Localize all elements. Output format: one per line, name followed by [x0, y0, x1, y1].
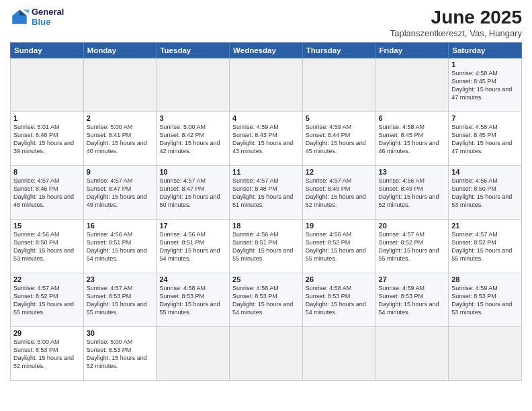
col-header-saturday: Saturday: [449, 43, 522, 58]
day-cell: 8Sunrise: 4:57 AMSunset: 8:46 PMDaylight…: [11, 166, 84, 220]
week-row-3: 8Sunrise: 4:57 AMSunset: 8:46 PMDaylight…: [11, 166, 522, 220]
day-cell: 3Sunrise: 5:00 AMSunset: 8:42 PMDaylight…: [157, 112, 230, 166]
day-cell: 21Sunrise: 4:57 AMSunset: 8:52 PMDayligh…: [449, 220, 522, 273]
day-info: Sunrise: 4:56 AMSunset: 8:51 PMDaylight:…: [87, 230, 154, 263]
day-cell: 1Sunrise: 4:58 AMSunset: 8:45 PMDaylight…: [449, 58, 522, 112]
day-cell: [449, 327, 522, 381]
week-row-5: 22Sunrise: 4:57 AMSunset: 8:52 PMDayligh…: [11, 273, 522, 327]
day-number: 30: [87, 329, 154, 337]
day-info: Sunrise: 4:58 AMSunset: 8:53 PMDaylight:…: [232, 284, 300, 317]
day-info: Sunrise: 4:59 AMSunset: 8:44 PMDaylight:…: [306, 123, 373, 156]
logo: General Blue: [10, 7, 64, 27]
day-cell: [83, 58, 157, 112]
day-info: Sunrise: 5:00 AMSunset: 8:53 PMDaylight:…: [87, 338, 154, 371]
day-number: 22: [13, 275, 81, 283]
day-number: 29: [13, 329, 81, 337]
day-number: 6: [379, 114, 446, 122]
day-number: 28: [451, 275, 519, 283]
title-block: June 2025 Taplanszentkereszt, Vas, Hunga…: [390, 7, 522, 38]
col-header-tuesday: Tuesday: [157, 43, 230, 58]
logo-text: General Blue: [32, 7, 64, 27]
day-number: 24: [159, 275, 226, 283]
calendar-table: SundayMondayTuesdayWednesdayThursdayFrid…: [10, 42, 522, 381]
day-cell: [230, 58, 303, 112]
day-info: Sunrise: 5:01 AMSunset: 8:40 PMDaylight:…: [13, 123, 81, 156]
day-number: 12: [306, 168, 373, 176]
day-number: 7: [451, 114, 519, 122]
day-info: Sunrise: 4:57 AMSunset: 8:52 PMDaylight:…: [379, 230, 446, 263]
week-row-6: 29Sunrise: 5:00 AMSunset: 8:53 PMDayligh…: [11, 327, 522, 381]
col-header-wednesday: Wednesday: [230, 43, 303, 58]
day-info: Sunrise: 4:58 AMSunset: 8:53 PMDaylight:…: [306, 284, 373, 317]
day-info: Sunrise: 4:56 AMSunset: 8:52 PMDaylight:…: [306, 230, 373, 263]
day-info: Sunrise: 4:57 AMSunset: 8:52 PMDaylight:…: [13, 284, 81, 317]
day-number: 18: [232, 222, 300, 230]
day-cell: 26Sunrise: 4:58 AMSunset: 8:53 PMDayligh…: [302, 273, 375, 327]
day-info: Sunrise: 4:59 AMSunset: 8:43 PMDaylight:…: [232, 123, 300, 156]
day-number: 17: [159, 222, 226, 230]
day-cell: [302, 58, 375, 112]
day-info: Sunrise: 4:56 AMSunset: 8:51 PMDaylight:…: [232, 230, 300, 263]
day-cell: 9Sunrise: 4:57 AMSunset: 8:47 PMDaylight…: [83, 166, 157, 220]
day-cell: 4Sunrise: 4:59 AMSunset: 8:43 PMDaylight…: [230, 112, 303, 166]
day-info: Sunrise: 4:58 AMSunset: 8:45 PMDaylight:…: [451, 123, 519, 156]
day-cell: 14Sunrise: 4:56 AMSunset: 8:50 PMDayligh…: [449, 166, 522, 220]
day-info: Sunrise: 4:57 AMSunset: 8:53 PMDaylight:…: [87, 284, 154, 317]
day-cell: 18Sunrise: 4:56 AMSunset: 8:51 PMDayligh…: [230, 220, 303, 273]
day-number: 27: [379, 275, 446, 283]
day-number: 16: [87, 222, 154, 230]
day-number: 20: [379, 222, 446, 230]
day-number: 26: [306, 275, 373, 283]
week-row-4: 15Sunrise: 4:56 AMSunset: 8:50 PMDayligh…: [11, 220, 522, 273]
day-number: 14: [451, 168, 519, 176]
day-cell: [230, 327, 303, 381]
week-row-1: 1Sunrise: 4:58 AMSunset: 8:45 PMDaylight…: [11, 58, 522, 112]
svg-marker-3: [23, 10, 29, 13]
day-info: Sunrise: 4:58 AMSunset: 8:45 PMDaylight:…: [451, 69, 519, 102]
day-info: Sunrise: 4:57 AMSunset: 8:48 PMDaylight:…: [232, 177, 300, 210]
day-info: Sunrise: 4:58 AMSunset: 8:45 PMDaylight:…: [379, 123, 446, 156]
week-row-2: 1Sunrise: 5:01 AMSunset: 8:40 PMDaylight…: [11, 112, 522, 166]
day-cell: 19Sunrise: 4:56 AMSunset: 8:52 PMDayligh…: [302, 220, 375, 273]
day-cell: 28Sunrise: 4:59 AMSunset: 8:53 PMDayligh…: [449, 273, 522, 327]
day-info: Sunrise: 4:59 AMSunset: 8:53 PMDaylight:…: [379, 284, 446, 317]
day-cell: 5Sunrise: 4:59 AMSunset: 8:44 PMDaylight…: [302, 112, 375, 166]
day-cell: 10Sunrise: 4:57 AMSunset: 8:47 PMDayligh…: [157, 166, 230, 220]
day-number: 10: [159, 168, 226, 176]
location-title: Taplanszentkereszt, Vas, Hungary: [390, 28, 522, 38]
day-number: 21: [451, 222, 519, 230]
day-info: Sunrise: 4:57 AMSunset: 8:49 PMDaylight:…: [306, 177, 373, 210]
day-number: 8: [13, 168, 81, 176]
day-number: 5: [306, 114, 373, 122]
day-info: Sunrise: 4:56 AMSunset: 8:49 PMDaylight:…: [379, 177, 446, 210]
day-cell: 27Sunrise: 4:59 AMSunset: 8:53 PMDayligh…: [375, 273, 449, 327]
col-header-monday: Monday: [83, 43, 157, 58]
day-info: Sunrise: 5:00 AMSunset: 8:53 PMDaylight:…: [13, 338, 81, 371]
day-info: Sunrise: 5:00 AMSunset: 8:42 PMDaylight:…: [159, 123, 226, 156]
col-header-thursday: Thursday: [302, 43, 375, 58]
day-cell: 7Sunrise: 4:58 AMSunset: 8:45 PMDaylight…: [449, 112, 522, 166]
day-info: Sunrise: 4:56 AMSunset: 8:51 PMDaylight:…: [159, 230, 226, 263]
day-cell: 15Sunrise: 4:56 AMSunset: 8:50 PMDayligh…: [11, 220, 84, 273]
day-number: 23: [87, 275, 154, 283]
day-number: 25: [232, 275, 300, 283]
day-cell: 1Sunrise: 5:01 AMSunset: 8:40 PMDaylight…: [11, 112, 84, 166]
day-cell: 22Sunrise: 4:57 AMSunset: 8:52 PMDayligh…: [11, 273, 84, 327]
day-info: Sunrise: 4:57 AMSunset: 8:46 PMDaylight:…: [13, 177, 81, 210]
day-cell: [157, 327, 230, 381]
day-cell: 25Sunrise: 4:58 AMSunset: 8:53 PMDayligh…: [230, 273, 303, 327]
day-cell: 17Sunrise: 4:56 AMSunset: 8:51 PMDayligh…: [157, 220, 230, 273]
day-cell: 30Sunrise: 5:00 AMSunset: 8:53 PMDayligh…: [83, 327, 157, 381]
day-number: 2: [87, 114, 154, 122]
day-info: Sunrise: 4:59 AMSunset: 8:53 PMDaylight:…: [451, 284, 519, 317]
day-info: Sunrise: 4:56 AMSunset: 8:50 PMDaylight:…: [451, 177, 519, 210]
day-number: 4: [232, 114, 300, 122]
day-cell: 6Sunrise: 4:58 AMSunset: 8:45 PMDaylight…: [375, 112, 449, 166]
day-info: Sunrise: 5:00 AMSunset: 8:41 PMDaylight:…: [87, 123, 154, 156]
day-info: Sunrise: 4:57 AMSunset: 8:47 PMDaylight:…: [159, 177, 226, 210]
header-row: SundayMondayTuesdayWednesdayThursdayFrid…: [11, 43, 522, 58]
day-info: Sunrise: 4:56 AMSunset: 8:50 PMDaylight:…: [13, 230, 81, 263]
day-info: Sunrise: 4:57 AMSunset: 8:47 PMDaylight:…: [87, 177, 154, 210]
day-cell: 12Sunrise: 4:57 AMSunset: 8:49 PMDayligh…: [302, 166, 375, 220]
day-number: 3: [159, 114, 226, 122]
